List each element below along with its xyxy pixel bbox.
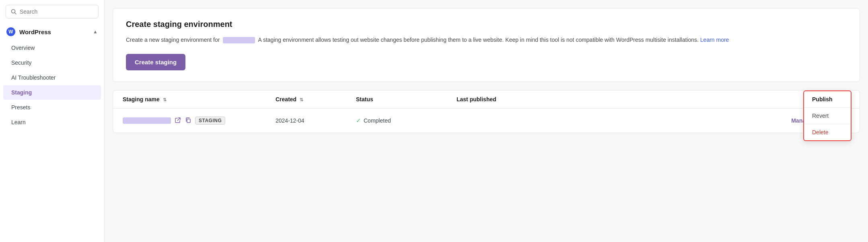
external-link-icon-btn[interactable]: [174, 117, 181, 125]
staging-name-cell: STAGING: [123, 117, 276, 125]
check-icon: ✓: [356, 117, 361, 124]
sidebar-item-presets[interactable]: Presets: [3, 100, 101, 115]
search-label: Search: [20, 8, 37, 15]
sidebar-item-security[interactable]: Security: [3, 55, 101, 70]
svg-rect-2: [187, 119, 190, 123]
wp-branding[interactable]: W WordPress ▲: [0, 23, 104, 40]
sidebar-item-staging[interactable]: Staging: [3, 85, 101, 100]
publish-dropdown: Publish Revert Delete: [803, 90, 852, 141]
blurred-domain: [223, 37, 255, 43]
copy-icon-btn[interactable]: [185, 117, 192, 125]
main-content: Create staging environment Create a new …: [105, 0, 868, 242]
sort-icon-staging-name: ⇅: [163, 97, 167, 103]
description-before: Create a new staging environment for: [126, 37, 220, 43]
sort-icon-created: ⇅: [300, 97, 303, 103]
blurred-staging-name: [123, 117, 171, 124]
header-staging-name: Staging name ⇅: [123, 96, 276, 103]
sidebar-item-ai-troubleshooter[interactable]: AI Troubleshooter: [3, 70, 101, 85]
sidebar-item-overview[interactable]: Overview: [3, 41, 101, 55]
learn-more-link[interactable]: Learn more: [700, 37, 729, 43]
sidebar: Search W WordPress ▲ Overview Security A…: [0, 0, 105, 242]
status-text: Completed: [364, 117, 391, 124]
table-row: STAGING 2024-12-04 ✓ Completed Manage st…: [113, 109, 860, 133]
staging-badge: STAGING: [195, 117, 225, 125]
header-created: Created ⇅: [276, 96, 356, 103]
dropdown-delete-item[interactable]: Delete: [804, 124, 851, 140]
dropdown-revert-item[interactable]: Revert: [804, 108, 851, 124]
staging-description: Create a new staging environment for A s…: [126, 35, 847, 44]
wp-caret-icon: ▲: [93, 29, 98, 35]
copy-icon: [185, 117, 191, 123]
sidebar-item-learn[interactable]: Learn: [3, 115, 101, 129]
wp-title: WordPress: [19, 29, 51, 35]
wp-logo: W: [6, 27, 15, 36]
dropdown-publish-item[interactable]: Publish: [804, 91, 851, 108]
created-cell: 2024-12-04: [276, 117, 356, 124]
search-box[interactable]: Search: [6, 5, 99, 18]
staging-table-section: Staging name ⇅ Created ⇅ Status Last pub…: [113, 90, 860, 133]
page-title: Create staging environment: [126, 20, 847, 29]
sidebar-nav: Overview Security AI Troubleshooter Stag…: [0, 40, 104, 242]
description-after: A staging environment allows testing out…: [258, 37, 698, 43]
actions-cell: Manage staging ⋮: [457, 116, 850, 125]
create-staging-button[interactable]: Create staging: [126, 54, 185, 70]
create-staging-section: Create staging environment Create a new …: [113, 8, 860, 82]
status-cell: ✓ Completed: [356, 117, 457, 124]
table-header: Staging name ⇅ Created ⇅ Status Last pub…: [113, 90, 860, 109]
header-status: Status: [356, 96, 457, 103]
external-link-icon: [175, 117, 181, 123]
header-last-published: Last published: [457, 96, 850, 103]
search-icon: [11, 9, 16, 14]
svg-line-1: [15, 13, 16, 14]
